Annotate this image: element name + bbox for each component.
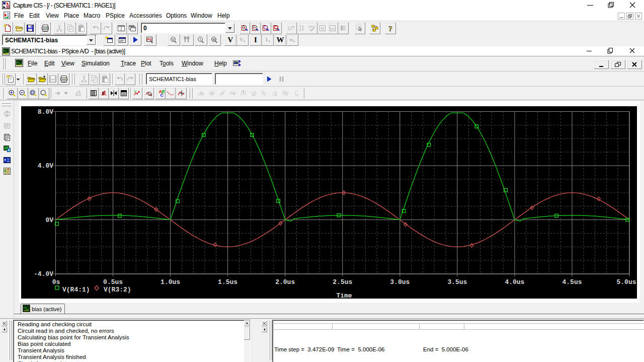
svg-text:0s: 0s [52,278,60,286]
svg-text:W: W [277,36,284,44]
svg-text:Time: Time [336,292,352,299]
svg-text:V: V [172,37,175,42]
svg-text:I: I [200,37,201,42]
svg-text:V: V [228,36,233,44]
svg-text:-4.0V: -4.0V [34,270,53,278]
svg-text:4.0us: 4.0us [505,278,524,286]
svg-text:0V: 0V [45,216,53,224]
svg-text:N: N [321,26,325,31]
svg-text:0.5us: 0.5us [103,278,123,286]
svg-text:w: w [289,36,293,42]
svg-text:5.0us: 5.0us [616,278,636,286]
svg-text:V: V [239,36,244,42]
svg-text:DRC: DRC [309,25,316,28]
svg-text:C: C [160,93,164,98]
svg-text:V(R4:1): V(R4:1) [62,286,90,294]
svg-text:4.5us: 4.5us [562,278,582,286]
svg-text:U?: U? [288,26,295,31]
svg-text:PS: PS [147,38,152,41]
svg-text:V(R3:2): V(R3:2) [104,286,131,294]
svg-text:W: W [212,38,216,41]
svg-text:2.5us: 2.5us [333,278,352,286]
svg-text:2.0us: 2.0us [275,278,295,286]
svg-text:1.0us: 1.0us [160,278,180,286]
svg-text:4.0V: 4.0V [38,162,53,170]
svg-text:3.0us: 3.0us [390,278,410,286]
svg-text:3.5us: 3.5us [447,278,467,286]
svg-text:8.0V: 8.0V [38,108,53,116]
svg-text:I: I [254,36,257,44]
svg-text:XV: XV [330,27,336,31]
svg-text:?: ? [388,25,392,33]
svg-text:1.5us: 1.5us [218,278,237,286]
svg-text:I: I [266,36,268,42]
